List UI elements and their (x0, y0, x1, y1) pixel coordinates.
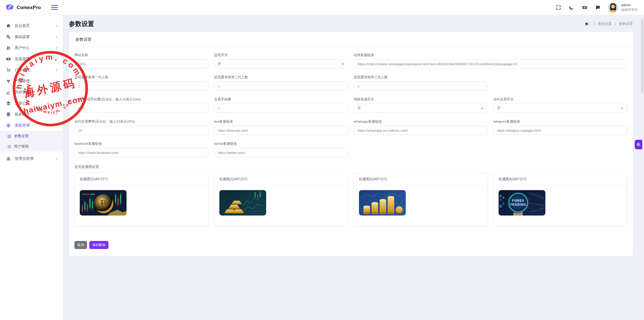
breadcrumb-current: 参数设置 (619, 22, 633, 26)
sidebar-item-label: 充值提现 (15, 57, 30, 61)
sidebar-item-label: 用户登陆 (14, 144, 29, 149)
main-content: 参数设置 / 系统设置 / 参数设置 参数设置 网站名称 提现开关 开 (63, 15, 644, 320)
line-service-link-input[interactable] (214, 126, 348, 135)
chevron-left-icon (55, 157, 58, 160)
page-scrollbar (640, 15, 644, 320)
logo-icon (6, 3, 14, 12)
field-label: twrrite客服链接 (214, 141, 348, 146)
carousel-section-title: 首页轮播图设置 (74, 165, 627, 169)
field-label: 合约交易开关 (493, 97, 627, 102)
sidebar-item-user-login[interactable]: 用户登陆 (0, 141, 63, 152)
trading-text: TRADING (510, 203, 526, 206)
avatar (608, 3, 618, 13)
sidebar-item-reports[interactable]: 报表统计 (0, 109, 63, 120)
sidebar-item-admin-management[interactable]: 管理员管理 (0, 153, 63, 164)
hamburger-menu-icon[interactable] (51, 5, 58, 10)
sidebar-item-basic-settings[interactable]: 基础设置 (0, 31, 63, 42)
field-label: 在线客服链接 (354, 53, 627, 57)
chevron-down-icon (55, 124, 58, 127)
contract-trade-switch-select[interactable]: 开 (493, 104, 627, 113)
brand[interactable]: ComexPro (0, 3, 48, 12)
field-label: 网站名称 (74, 53, 209, 57)
gold-coin-stacks-image[interactable] (359, 190, 406, 216)
withdraw-switch-select[interactable]: 开 (214, 59, 348, 68)
forex-trading-circle-image[interactable]: FOREX TRADING (499, 190, 545, 216)
contract-fee-rate-input[interactable] (74, 126, 209, 135)
cubes-icon (6, 79, 11, 84)
list-icon (7, 144, 11, 149)
field-label: 提现开关 (214, 53, 348, 57)
twitter-service-link-input[interactable] (214, 148, 348, 157)
breadcrumb-separator: / (594, 22, 595, 26)
referral-gen3-input[interactable] (354, 82, 488, 91)
chat-icon[interactable] (595, 5, 600, 10)
sidebar-item-label: 产品管理 (15, 79, 30, 84)
fullscreen-icon[interactable] (556, 5, 561, 10)
top-header: ComexPro admin 超级管理员 (0, 0, 644, 15)
database-icon (6, 112, 11, 117)
carousel-card-title: 轮播图4(345*227) (494, 173, 627, 185)
sidebar-item-label: 后台首页 (15, 23, 30, 28)
admin-role: 超级管理员 (621, 8, 637, 12)
gear-icon (6, 123, 11, 128)
carousel-card-title: 轮播图3(345*227) (354, 173, 488, 185)
select-value: 开 (497, 106, 501, 111)
wealth-rebate-switch-select[interactable]: 开 (354, 104, 488, 113)
sidebar-item-dashboard[interactable]: 后台首页 (0, 20, 63, 31)
sidebar-item-user-center[interactable]: 用户中心 (0, 42, 63, 53)
system-submenu: 参数设置 用户登陆 (0, 131, 63, 152)
admins-icon (6, 156, 11, 161)
sidebar-item-products[interactable]: 产品管理 (0, 76, 63, 87)
admin-profile[interactable]: admin 超级管理员 (608, 3, 637, 13)
sidebar-item-articles[interactable]: 文章公告 (0, 98, 63, 109)
field-label: facebook客服链接 (74, 141, 209, 146)
gold-bars-chart-image[interactable] (219, 190, 266, 216)
telegram-service-link-input[interactable] (493, 126, 627, 135)
layers-icon (6, 101, 11, 106)
chevron-left-icon (55, 91, 58, 94)
bitcoin-candlestick-image[interactable]: B (80, 190, 127, 216)
breadcrumb-system-settings[interactable]: 系统设置 (598, 22, 612, 26)
referral-gen2-input[interactable] (214, 82, 348, 91)
sidebar-item-risk-control[interactable]: 风控管理 (0, 87, 63, 98)
banknote-icon[interactable] (582, 5, 587, 10)
online-service-link-input[interactable] (354, 59, 627, 68)
facebook-service-link-input[interactable] (74, 148, 209, 157)
chevron-down-icon (480, 106, 484, 110)
cart-icon (6, 68, 11, 73)
usdt-withdraw-fee-input[interactable] (74, 104, 209, 113)
scrollbar-thumb[interactable] (641, 18, 643, 94)
sidebar-item-label: 参数设置 (14, 134, 29, 138)
trade-fee-input[interactable] (214, 104, 348, 113)
dark-mode-moon-icon[interactable] (569, 5, 574, 10)
home-icon (6, 23, 11, 28)
chevron-down-icon (620, 106, 624, 110)
chevron-left-icon (55, 68, 58, 72)
whatsapp-service-link-input[interactable] (354, 126, 488, 135)
carousel-card-2: 轮播图2(345*227) (214, 173, 348, 226)
site-name-input[interactable] (74, 59, 209, 68)
forex-text: FOREX (512, 199, 525, 202)
field-label: 提现要求推荐一代人数 (74, 75, 209, 80)
sidebar-item-orders[interactable]: 订单管理 (0, 64, 63, 76)
sidebar-item-parameter-settings[interactable]: 参数设置 (0, 131, 63, 141)
chevron-left-icon (55, 113, 58, 116)
logo-text: ComexPro (17, 5, 41, 10)
save-button[interactable]: 保存数据 (89, 241, 108, 249)
sidebar-item-label: 用户中心 (15, 46, 30, 50)
banknote-icon (6, 57, 11, 61)
referral-gen1-input[interactable] (74, 82, 209, 91)
svg-text:B: B (100, 198, 107, 209)
chevron-left-icon (55, 80, 58, 83)
card-title: 参数设置 (69, 32, 633, 46)
admin-name: admin (621, 3, 637, 8)
breadcrumb-home-icon[interactable] (583, 20, 591, 27)
sidebar-item-label: 订单管理 (15, 68, 30, 73)
field-label: 合约交易费率(百分比，输入20表示20%) (74, 119, 209, 124)
sidebar: 后台首页 基础设置 用户中心 充值提现 订单管理 产品管理 (0, 15, 63, 320)
cancel-button[interactable]: 取消 (74, 241, 87, 249)
select-value: 开 (218, 62, 221, 66)
settings-fab-button[interactable] (635, 140, 642, 149)
sidebar-item-deposit-withdraw[interactable]: 充值提现 (0, 53, 63, 64)
sidebar-item-system-management[interactable]: 系统管理 (0, 120, 63, 131)
